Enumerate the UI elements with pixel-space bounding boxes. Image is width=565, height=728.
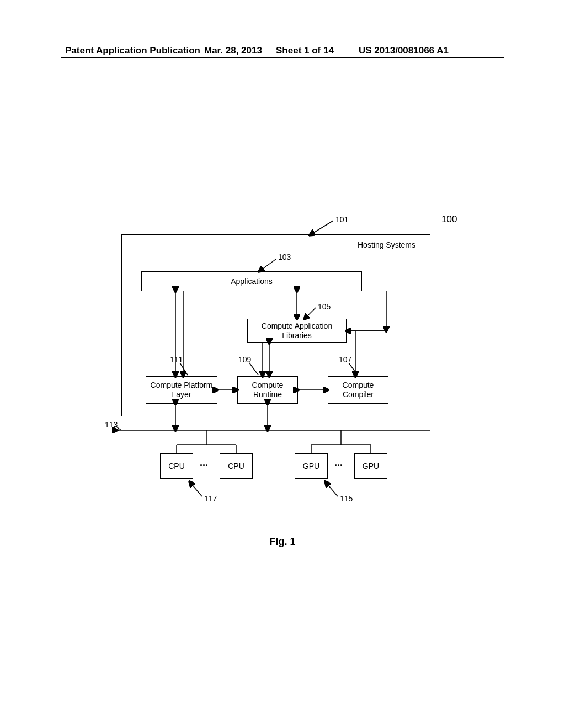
ref-105: 105: [318, 302, 331, 311]
cpu-box-2: CPU: [220, 453, 253, 479]
compute-runtime-label: Compute Runtime: [240, 381, 295, 399]
cpu-box-1: CPU: [160, 453, 193, 479]
compute-app-libraries-label: Compute Application Libraries: [250, 322, 344, 340]
cpu-label-1: CPU: [168, 462, 185, 471]
svg-line-0: [310, 221, 333, 235]
ref-115: 115: [340, 494, 353, 503]
ref-111: 111: [170, 355, 183, 364]
applications-label: Applications: [231, 277, 273, 286]
compute-compiler-box: Compute Compiler: [328, 376, 388, 404]
ref-117: 117: [204, 494, 217, 503]
compute-app-libraries-box: Compute Application Libraries: [247, 319, 347, 343]
ref-101: 101: [335, 215, 348, 224]
figure-1-diagram: 100 Hosting Systems 101 Applications 103…: [0, 0, 565, 728]
svg-line-28: [190, 482, 202, 496]
gpu-box-1: GPU: [295, 453, 328, 479]
compute-compiler-label: Compute Compiler: [331, 381, 386, 399]
cpu-ellipsis: ···: [200, 460, 208, 472]
ref-109: 109: [238, 355, 251, 364]
gpu-label-1: GPU: [303, 462, 319, 471]
ref-100: 100: [441, 214, 457, 225]
hosting-systems-label: Hosting Systems: [358, 240, 415, 249]
applications-box: Applications: [141, 271, 362, 291]
gpu-box-2: GPU: [354, 453, 387, 479]
cpu-label-2: CPU: [228, 462, 244, 471]
compute-platform-layer-box: Compute Platform Layer: [146, 376, 217, 404]
gpu-ellipsis: ···: [334, 460, 343, 472]
compute-runtime-box: Compute Runtime: [237, 376, 298, 404]
ref-103: 103: [278, 253, 291, 261]
figure-label: Fig. 1: [0, 536, 565, 548]
compute-platform-layer-label: Compute Platform Layer: [148, 381, 215, 399]
ref-107: 107: [339, 355, 351, 364]
gpu-label-2: GPU: [363, 462, 379, 471]
ref-113: 113: [105, 420, 118, 429]
svg-line-29: [326, 482, 338, 496]
